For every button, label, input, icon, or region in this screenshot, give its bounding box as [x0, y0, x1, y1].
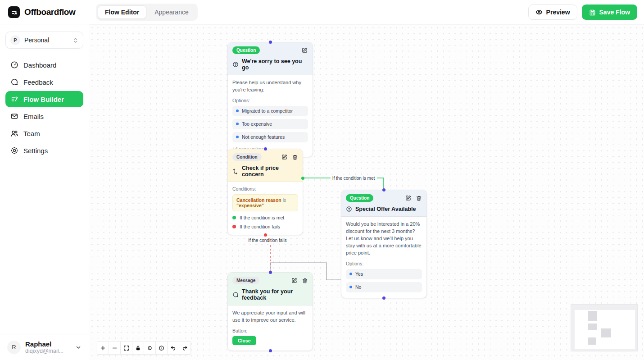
- canvas-controls: [97, 341, 191, 355]
- sidebar-item-label: Dashboard: [23, 61, 56, 69]
- edit-node-button[interactable]: [405, 195, 412, 201]
- delete-node-button[interactable]: [302, 278, 308, 284]
- node-body: Conditions: Cancellation reason is "expe…: [228, 182, 303, 235]
- sidebar-item-label: Team: [23, 130, 40, 137]
- save-icon: [589, 9, 596, 16]
- condition-operator: is: [283, 197, 286, 203]
- outcome-fails: If the condition fails: [232, 224, 298, 229]
- plus-icon: [100, 345, 106, 351]
- outcome-met: If the condition is met: [232, 215, 298, 220]
- node-header: Question We're sorry to see you go: [228, 42, 313, 75]
- edge-label-condition-fails: If the condition fails: [246, 238, 289, 243]
- chevron-down-icon: [75, 344, 82, 351]
- sidebar-item-label: Settings: [23, 147, 48, 155]
- node-condition-price-concern[interactable]: Condition: [227, 149, 303, 235]
- redo-icon: [182, 345, 188, 351]
- save-flow-button[interactable]: Save Flow: [582, 5, 637, 20]
- node-type-badge: Question: [232, 46, 260, 54]
- sidebar-item-dashboard[interactable]: Dashboard: [5, 57, 83, 73]
- redo-button[interactable]: [179, 341, 191, 355]
- chat-bubble-icon: [232, 292, 239, 298]
- option-label: Yes: [355, 271, 363, 277]
- node-body: Please help us understand why you're lea…: [228, 75, 313, 157]
- edit-icon: [301, 47, 308, 54]
- button-label: Button:: [232, 328, 308, 333]
- edit-node-button[interactable]: [281, 154, 288, 160]
- flow-canvas[interactable]: If the condition is met If the condition…: [89, 25, 644, 360]
- green-dot-icon: [232, 216, 236, 219]
- topbar: Flow Editor Appearance Preview Save Flow: [89, 0, 644, 25]
- condition-value: "expensive": [236, 203, 264, 208]
- user-menu[interactable]: R Raphael diqixyd@mail...: [0, 334, 89, 360]
- focus-target-button[interactable]: [144, 341, 156, 355]
- sidebar: Offboardflow P Personal Dashboard Feedba…: [0, 0, 89, 360]
- node-target-handle[interactable]: [269, 271, 272, 274]
- node-body: Would you be interested in a 20% discoun…: [341, 217, 426, 298]
- target-icon: [147, 345, 153, 351]
- question-text: Please help us understand why you're lea…: [232, 79, 308, 94]
- option-label: No: [355, 284, 361, 290]
- app-name: Offboardflow: [24, 7, 75, 17]
- minimap-node: [588, 337, 596, 345]
- edge-label-condition-met: If the condition is met: [331, 176, 377, 181]
- tab-flow-editor[interactable]: Flow Editor: [98, 5, 146, 19]
- option-row: Yes: [346, 269, 422, 279]
- sidebar-item-label: Emails: [23, 113, 44, 120]
- flow-builder-icon: [10, 95, 18, 103]
- delete-node-button[interactable]: [416, 195, 422, 201]
- sidebar-item-emails[interactable]: Emails: [5, 108, 83, 124]
- minus-icon: [112, 345, 118, 351]
- preview-button[interactable]: Preview: [528, 5, 577, 20]
- undo-button[interactable]: [167, 341, 179, 355]
- gear-icon: [10, 146, 18, 155]
- message-close-button[interactable]: Close: [232, 336, 256, 345]
- chevron-up-down-icon: [73, 37, 78, 43]
- minimap-node: [588, 311, 597, 321]
- sidebar-item-feedback[interactable]: Feedback: [5, 74, 83, 90]
- delete-node-button[interactable]: [292, 154, 298, 160]
- node-source-handle[interactable]: [382, 296, 385, 300]
- sidebar-item-flow-builder[interactable]: Flow Builder: [5, 91, 83, 107]
- node-header: Question: [341, 190, 426, 217]
- app-logo-icon: [8, 6, 20, 18]
- fit-view-button[interactable]: [120, 341, 132, 355]
- node-target-handle[interactable]: [382, 188, 385, 191]
- option-row: Not enough features: [232, 132, 308, 142]
- minimap[interactable]: [571, 304, 638, 351]
- node-type-badge: Condition: [232, 153, 262, 161]
- node-source-handle[interactable]: [269, 349, 272, 352]
- user-name: Raphael: [25, 340, 71, 348]
- node-target-handle[interactable]: [264, 147, 267, 150]
- node-message-thank-you[interactable]: Message: [227, 272, 313, 351]
- option-row: Too expensive: [232, 119, 308, 129]
- condition-fails-handle[interactable]: [264, 233, 267, 237]
- node-body: We appreciate your input and will use it…: [228, 305, 313, 351]
- condition-met-handle[interactable]: [301, 177, 304, 180]
- options-label: Options:: [232, 98, 308, 103]
- workspace-selector[interactable]: P Personal: [5, 32, 83, 49]
- editor-tabs: Flow Editor Appearance: [96, 4, 198, 21]
- user-meta: Raphael diqixyd@mail...: [25, 340, 71, 354]
- dashboard-icon: [10, 61, 18, 69]
- zoom-out-button[interactable]: [109, 341, 121, 355]
- sidebar-item-settings[interactable]: Settings: [5, 142, 83, 159]
- edit-icon: [281, 154, 288, 160]
- lock-button[interactable]: [132, 341, 144, 355]
- edit-node-button[interactable]: [301, 47, 308, 54]
- users-icon: [10, 129, 18, 137]
- reset-view-button[interactable]: [155, 341, 168, 355]
- sidebar-item-team[interactable]: Team: [5, 125, 83, 141]
- node-title: Thank you for your feedback: [242, 288, 308, 301]
- sidebar-item-label: Flow Builder: [23, 96, 64, 103]
- tab-appearance[interactable]: Appearance: [147, 5, 196, 19]
- zoom-in-button[interactable]: [97, 341, 109, 355]
- option-label: Too expensive: [242, 121, 272, 127]
- edit-node-button[interactable]: [291, 277, 298, 284]
- node-target-handle[interactable]: [269, 41, 272, 44]
- trash-icon: [292, 154, 298, 160]
- node-type-badge: Message: [232, 277, 259, 284]
- node-question-sorry-to-see-you-go[interactable]: Question We're sorry to see you go Pleas…: [227, 42, 313, 157]
- condition-rule: Cancellation reason is "expensive": [232, 194, 298, 211]
- node-question-special-offer[interactable]: Question: [341, 190, 427, 298]
- eye-icon: [535, 9, 543, 16]
